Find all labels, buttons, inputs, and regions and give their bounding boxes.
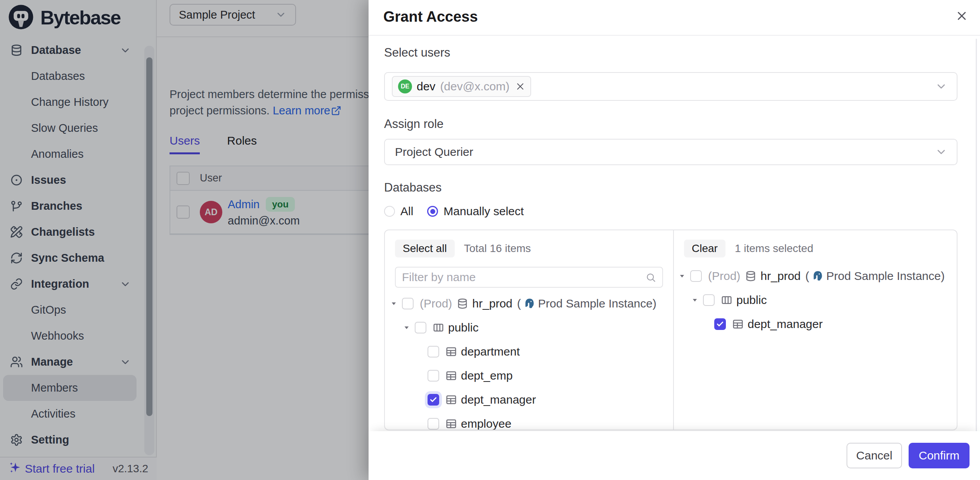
databases-label: Databases xyxy=(384,181,442,195)
close-icon[interactable] xyxy=(956,10,968,22)
clear-button[interactable]: Clear xyxy=(684,240,725,257)
postgresql-icon xyxy=(523,297,536,310)
tree-checkbox-checked[interactable] xyxy=(714,318,726,330)
select-users-input[interactable]: DE dev (dev@x.com) xyxy=(384,72,957,101)
modal-scrollbar-track[interactable] xyxy=(976,39,977,480)
radio-manually-select[interactable]: Manually select xyxy=(427,205,524,218)
cancel-button[interactable]: Cancel xyxy=(847,443,902,468)
total-items-label: Total 16 items xyxy=(464,242,531,255)
caret-down-icon[interactable] xyxy=(691,297,698,304)
table-icon xyxy=(445,370,457,382)
selected-tree: (Prod) hr_prod ( Prod Sample Instance) p… xyxy=(674,264,957,336)
role-select[interactable]: Project Querier xyxy=(384,139,957,165)
postgresql-icon xyxy=(812,270,824,282)
database-transfer-panel: Select all Total 16 items (Prod) hr_prod… xyxy=(384,230,957,430)
chip-user-email: (dev@x.com) xyxy=(440,80,509,93)
schema-icon xyxy=(721,294,732,306)
radio-all[interactable]: All xyxy=(384,205,413,218)
tree-node-schema[interactable]: public xyxy=(674,288,957,312)
search-icon xyxy=(646,272,656,283)
tree-checkbox[interactable] xyxy=(428,418,439,430)
table-icon xyxy=(445,418,457,430)
table-icon xyxy=(732,318,744,330)
modal-footer: Cancel Confirm xyxy=(369,431,980,480)
radio-circle-selected xyxy=(427,206,438,217)
avatar: DE xyxy=(398,79,412,93)
caret-down-icon[interactable] xyxy=(403,324,410,331)
modal-title: Grant Access xyxy=(383,9,478,25)
select-all-button[interactable]: Select all xyxy=(395,240,455,257)
tree-checkbox[interactable] xyxy=(402,298,414,309)
tree-checkbox[interactable] xyxy=(428,370,439,382)
caret-down-icon[interactable] xyxy=(390,300,397,307)
tree-node-schema[interactable]: public xyxy=(385,316,673,340)
tree-node-table[interactable]: department xyxy=(385,340,673,364)
database-icon xyxy=(457,298,468,309)
assign-role-label: Assign role xyxy=(384,117,443,131)
caret-down-icon[interactable] xyxy=(679,273,686,280)
chevron-down-icon xyxy=(935,146,947,158)
table-icon xyxy=(445,394,457,406)
grant-access-modal: Grant Access Select users DE dev (dev@x.… xyxy=(369,0,980,480)
selected-count-label: 1 items selected xyxy=(735,242,813,255)
selected-databases-pane: Clear 1 items selected (Prod) hr_prod ( … xyxy=(674,230,957,430)
tree-checkbox-checked[interactable] xyxy=(428,394,439,406)
modal-header-divider xyxy=(369,35,980,36)
user-chip: DE dev (dev@x.com) xyxy=(392,76,531,97)
filter-input[interactable] xyxy=(402,271,646,284)
database-scope-radios: All Manually select xyxy=(384,205,524,218)
tree-node-database[interactable]: (Prod) hr_prod ( Prod Sample Instance) xyxy=(385,292,673,316)
filter-input-wrap xyxy=(395,267,663,288)
tree-node-database[interactable]: (Prod) hr_prod ( Prod Sample Instance) xyxy=(674,264,957,288)
table-icon xyxy=(445,346,457,357)
tree-checkbox[interactable] xyxy=(415,322,426,333)
tree-checkbox[interactable] xyxy=(690,270,702,282)
tree-checkbox[interactable] xyxy=(428,346,439,357)
tree-node-table-selected[interactable]: dept_manager xyxy=(674,312,957,336)
tree-node-table[interactable]: employee xyxy=(385,412,673,430)
tree-node-table-selected[interactable]: dept_manager xyxy=(385,388,673,412)
available-databases-pane: Select all Total 16 items (Prod) hr_prod… xyxy=(385,230,673,430)
chip-user-name: dev xyxy=(417,80,435,93)
role-value: Project Querier xyxy=(392,145,473,159)
schema-icon xyxy=(433,322,444,333)
remove-user-icon[interactable] xyxy=(516,82,525,91)
database-tree: (Prod) hr_prod ( Prod Sample Instance) p… xyxy=(385,292,673,430)
chevron-down-icon xyxy=(935,80,947,93)
database-icon xyxy=(745,270,757,282)
confirm-button[interactable]: Confirm xyxy=(909,443,970,468)
radio-circle xyxy=(384,206,395,217)
tree-node-table[interactable]: dept_emp xyxy=(385,364,673,388)
tree-checkbox[interactable] xyxy=(703,294,715,306)
select-users-label: Select users xyxy=(384,46,450,60)
